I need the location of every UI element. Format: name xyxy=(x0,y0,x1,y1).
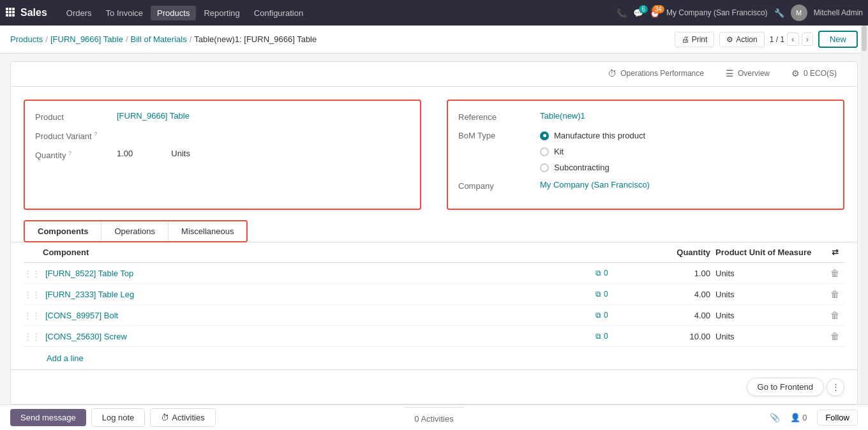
copy-icon-0[interactable]: ⧉ xyxy=(595,269,601,278)
components-table: Component Quantity Product Unit of Measu… xyxy=(11,242,857,369)
nav-orders[interactable]: Orders xyxy=(60,6,98,20)
component-name-3[interactable]: [CONS_25630] Screw xyxy=(45,332,595,341)
delete-btn-0[interactable]: 🗑 xyxy=(825,268,844,278)
content-tabs: Components Operations Miscellaneous xyxy=(24,220,248,242)
nav-configuration[interactable]: Configuration xyxy=(248,6,310,20)
product-value[interactable]: [FURN_9666] Table xyxy=(117,111,190,121)
chat-icon[interactable]: 💬 6 xyxy=(633,8,643,18)
tab-miscellaneous[interactable]: Miscellaneous xyxy=(168,221,246,241)
add-line-button[interactable]: Add a line xyxy=(24,347,844,369)
radio-manufacture[interactable]: Manufacture this product xyxy=(540,131,645,140)
breadcrumb-link-bom[interactable]: Bill of Materials xyxy=(131,34,187,44)
tab-operations[interactable]: Operations xyxy=(101,221,168,241)
company-field-label: Company xyxy=(458,180,535,191)
radio-manufacture-label: Manufacture this product xyxy=(554,131,645,140)
quantity-value[interactable]: 1.00 xyxy=(117,149,133,158)
table-row: ⋮⋮ [FURN_2333] Table Leg ⧉ 0 4.00 Units … xyxy=(24,284,844,305)
row-qty-3: 10.00 xyxy=(634,332,710,341)
overview-icon: ☰ xyxy=(726,68,734,78)
bom-type-label: BoM Type xyxy=(458,130,535,140)
phone-icon[interactable]: 📞 xyxy=(617,8,627,18)
radio-subcontracting[interactable]: Subcontracting xyxy=(540,163,645,172)
form-area: Product [FURN_9666] Table Product Varian… xyxy=(11,87,857,220)
company-field-value[interactable]: My Company (San Francisco) xyxy=(540,180,650,189)
footer-right: 📎 👤 0 Follow xyxy=(770,410,858,412)
apps-menu-icon[interactable] xyxy=(5,7,15,19)
company-name[interactable]: My Company (San Francisco) xyxy=(666,8,768,17)
user-name[interactable]: Mitchell Admin xyxy=(814,8,863,17)
svg-rect-3 xyxy=(6,11,8,13)
drag-handle-2[interactable]: ⋮⋮ xyxy=(24,311,40,320)
nav-products[interactable]: Products xyxy=(151,6,196,20)
col-settings-icon[interactable]: ⇄ xyxy=(832,248,839,257)
delete-btn-1[interactable]: 🗑 xyxy=(825,289,844,299)
delete-btn-2[interactable]: 🗑 xyxy=(825,310,844,320)
row-icons-3: ⧉ 0 xyxy=(595,332,634,341)
copy-icon-1[interactable]: ⧉ xyxy=(595,290,601,299)
row-uom-1: Units xyxy=(710,290,825,299)
col-header-quantity: Quantity xyxy=(634,248,710,257)
tab-components[interactable]: Components xyxy=(25,221,101,241)
scrollbar-track[interactable] xyxy=(860,26,868,404)
follow-button[interactable]: Follow xyxy=(817,410,858,412)
breadcrumb-actions: 🖨 Print ⚙ Action 1 / 1 ‹ › New xyxy=(675,31,858,48)
settings-icon[interactable]: 🔧 xyxy=(774,8,784,18)
drag-handle[interactable]: ⋮⋮ xyxy=(24,269,40,278)
table-row: ⋮⋮ [FURN_8522] Table Top ⧉ 0 1.00 Units … xyxy=(24,263,844,284)
breadcrumb-link-products[interactable]: Products xyxy=(10,34,43,44)
printer-icon: 🖨 xyxy=(682,35,689,44)
svg-rect-0 xyxy=(6,8,8,10)
reference-value[interactable]: Table(new)1 xyxy=(540,111,585,121)
svg-rect-5 xyxy=(12,11,15,13)
drag-handle-1[interactable]: ⋮⋮ xyxy=(24,290,40,299)
pagination: 1 / 1 ‹ › xyxy=(770,33,813,46)
more-options-button[interactable]: ⋮ xyxy=(827,378,844,396)
breadcrumb-link-table[interactable]: [FURN_9666] Table xyxy=(50,34,123,44)
action-button[interactable]: ⚙ Action xyxy=(719,32,764,47)
tab-operations-performance[interactable]: ⏱ Operations Performance xyxy=(597,62,714,86)
component-name-1[interactable]: [FURN_2333] Table Leg xyxy=(45,290,595,299)
copy-icon-2[interactable]: ⧉ xyxy=(595,311,601,320)
product-field: Product [FURN_9666] Table xyxy=(35,111,410,122)
count-icon-2[interactable]: 0 xyxy=(604,311,608,320)
company-field: Company My Company (San Francisco) xyxy=(458,180,833,191)
count-icon-0[interactable]: 0 xyxy=(604,269,608,278)
drag-handle-3[interactable]: ⋮⋮ xyxy=(24,332,40,341)
next-button[interactable]: › xyxy=(802,33,813,46)
svg-rect-1 xyxy=(9,8,11,10)
operations-icon: ⏱ xyxy=(608,68,617,78)
col-header-uom: Product Unit of Measure xyxy=(710,248,825,257)
copy-icon-3[interactable]: ⧉ xyxy=(595,332,601,341)
svg-rect-7 xyxy=(9,14,11,17)
activity-badge: 34 xyxy=(652,5,664,13)
go-to-frontend-button[interactable]: Go to Frontend xyxy=(747,378,824,396)
new-button[interactable]: New xyxy=(818,31,858,48)
component-name-0[interactable]: [FURN_8522] Table Top xyxy=(45,269,595,278)
quantity-field: Quantity ? 1.00 Units xyxy=(35,149,410,160)
prev-button[interactable]: ‹ xyxy=(787,33,798,46)
svg-rect-8 xyxy=(12,14,15,17)
nav-to-invoice[interactable]: To Invoice xyxy=(100,6,150,20)
delete-btn-3[interactable]: 🗑 xyxy=(825,331,844,341)
main-content: ⏱ Operations Performance ☰ Overview ⚙ 0 … xyxy=(0,54,868,412)
nav-reporting[interactable]: Reporting xyxy=(197,6,246,20)
radio-kit[interactable]: Kit xyxy=(540,147,645,156)
form-right: Reference Table(new)1 BoM Type Manufactu… xyxy=(447,100,844,210)
clock-icon[interactable]: ⏰ 34 xyxy=(650,8,660,18)
print-button[interactable]: 🖨 Print xyxy=(675,32,715,47)
table-header: Component Quantity Product Unit of Measu… xyxy=(24,242,844,263)
quantity-unit: Units xyxy=(171,149,190,158)
tab-ecos[interactable]: ⚙ 0 ECO(S) xyxy=(781,62,847,86)
chat-badge: 6 xyxy=(639,5,648,13)
count-icon-1[interactable]: 0 xyxy=(604,290,608,299)
count-icon-3[interactable]: 0 xyxy=(604,332,608,341)
tab-overview[interactable]: ☰ Overview xyxy=(715,62,780,86)
scrollbar-thumb[interactable] xyxy=(862,26,867,51)
activities-button[interactable]: ⏱ Activities xyxy=(150,408,215,412)
row-uom-3: Units xyxy=(710,332,825,341)
send-message-button[interactable]: Send message xyxy=(10,409,86,412)
avatar[interactable]: M xyxy=(791,4,807,21)
row-qty-0: 1.00 xyxy=(634,269,710,278)
log-note-button[interactable]: Log note xyxy=(91,408,146,412)
component-name-2[interactable]: [CONS_89957] Bolt xyxy=(45,311,595,320)
